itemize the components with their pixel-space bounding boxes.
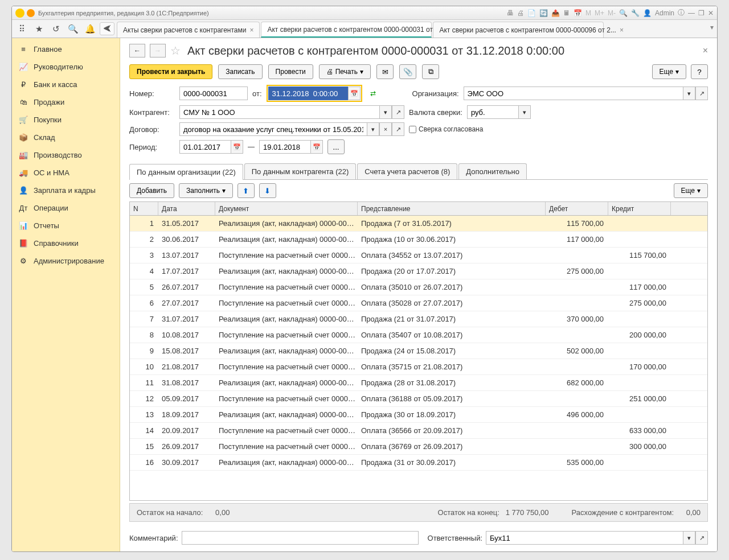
- maximize-icon[interactable]: ❐: [698, 9, 705, 17]
- window-tab[interactable]: Акты сверки расчетов с контрагентами×: [117, 22, 260, 38]
- sidebar-item[interactable]: ₽Банк и касса: [12, 76, 120, 93]
- tab-close-icon[interactable]: ×: [249, 26, 253, 34]
- tab-close-icon[interactable]: ×: [620, 26, 624, 34]
- calendar-icon[interactable]: 📅: [574, 9, 582, 17]
- number-input[interactable]: [179, 87, 248, 100]
- table-row[interactable]: 526.07.2017Поступление на расчетный счет…: [130, 279, 707, 295]
- agreed-checkbox[interactable]: Сверка согласована: [409, 125, 483, 133]
- minimize-icon[interactable]: —: [688, 9, 695, 17]
- save-icon[interactable]: 🖶: [507, 9, 514, 17]
- memory-mminus[interactable]: M-: [608, 9, 616, 17]
- memory-m[interactable]: M: [585, 9, 591, 17]
- period-choose-button[interactable]: ...: [327, 139, 345, 154]
- grid-more-button[interactable]: Еще ▾: [674, 183, 708, 198]
- col-n[interactable]: N: [130, 202, 158, 215]
- table-row[interactable]: 731.07.2017Реализация (акт, накладная) 0…: [130, 311, 707, 327]
- fill-button[interactable]: Заполнить ▾: [179, 183, 233, 198]
- move-down-button[interactable]: ⬇: [259, 183, 276, 198]
- export-icon[interactable]: 📤: [551, 9, 560, 17]
- write-button[interactable]: Записать: [218, 64, 262, 79]
- more-button[interactable]: Еще ▾: [652, 64, 686, 79]
- detail-tab[interactable]: По данным контрагента (22): [244, 163, 357, 179]
- post-button[interactable]: Провести: [268, 64, 313, 79]
- col-credit[interactable]: Кредит: [608, 202, 671, 215]
- user-name[interactable]: Admin: [655, 9, 674, 17]
- back-button[interactable]: ←: [129, 44, 145, 57]
- table-row[interactable]: 1420.09.2017Поступление на расчетный сче…: [130, 423, 707, 439]
- attach-button[interactable]: 📎: [399, 64, 416, 79]
- dropdown-icon[interactable]: ▾: [367, 122, 379, 136]
- sidebar-item[interactable]: ⚙Администрирование: [12, 252, 120, 270]
- cp-input[interactable]: [179, 105, 379, 119]
- table-row[interactable]: 1205.09.2017Поступление на расчетный сче…: [130, 391, 707, 407]
- print-button[interactable]: 🖨Печать▾: [319, 64, 371, 79]
- move-up-button[interactable]: ⬆: [237, 183, 255, 198]
- user-icon[interactable]: 👤: [643, 9, 652, 17]
- structure-button[interactable]: ⧉: [422, 64, 439, 79]
- open-icon[interactable]: ↗: [695, 87, 708, 100]
- table-row[interactable]: 1630.09.2017Реализация (акт, накладная) …: [130, 455, 707, 471]
- detail-tab[interactable]: По данным организации (22): [129, 164, 243, 180]
- window-tab[interactable]: Акт сверки расчетов с контрагентом 0000-…: [433, 22, 604, 38]
- clear-icon[interactable]: ×: [379, 122, 392, 136]
- cur-input[interactable]: [467, 105, 518, 119]
- calc-icon[interactable]: 🖩: [563, 9, 570, 17]
- date-input[interactable]: [268, 87, 348, 100]
- calendar-picker-icon[interactable]: 📅: [231, 140, 243, 154]
- home-icon[interactable]: ⮜: [100, 22, 114, 35]
- help-button[interactable]: ?: [691, 64, 708, 79]
- history-icon[interactable]: ↺: [48, 24, 63, 34]
- swap-icon[interactable]: ⇄: [370, 89, 376, 97]
- calendar-picker-icon[interactable]: 📅: [310, 140, 323, 154]
- calendar-picker-icon[interactable]: 📅: [348, 87, 361, 100]
- col-doc[interactable]: Документ: [215, 202, 358, 215]
- table-row[interactable]: 915.08.2017Реализация (акт, накладная) 0…: [130, 343, 707, 359]
- email-button[interactable]: ✉: [376, 64, 394, 79]
- table-row[interactable]: 1021.08.2017Поступление на расчетный сче…: [130, 359, 707, 375]
- sidebar-item[interactable]: 📦Склад: [12, 129, 120, 146]
- table-row[interactable]: 810.08.2017Поступление на расчетный счет…: [130, 327, 707, 343]
- refresh-icon[interactable]: 🔄: [539, 9, 548, 17]
- sidebar-item[interactable]: ≡Главное: [12, 40, 120, 58]
- dropdown-icon[interactable]: [27, 9, 35, 17]
- period-from-input[interactable]: [179, 140, 231, 154]
- star-icon[interactable]: ☆: [170, 44, 181, 57]
- table-row[interactable]: 1131.08.2017Реализация (акт, накладная) …: [130, 375, 707, 391]
- sidebar-item[interactable]: 🛍Продажи: [12, 93, 120, 111]
- forward-button[interactable]: →: [150, 44, 166, 57]
- dropdown-icon[interactable]: ▾: [683, 531, 695, 545]
- sidebar-item[interactable]: ДтОперации: [12, 199, 120, 217]
- col-debit[interactable]: Дебет: [546, 202, 608, 215]
- bell-icon[interactable]: 🔔: [83, 24, 97, 34]
- window-tab[interactable]: Акт сверки расчетов с контрагентом 0000-…: [261, 22, 432, 38]
- table-row[interactable]: 627.07.2017Поступление на расчетный счет…: [130, 295, 707, 311]
- open-icon[interactable]: ↗: [695, 531, 708, 545]
- sidebar-item[interactable]: 👤Зарплата и кадры: [12, 182, 120, 199]
- contract-input[interactable]: [179, 122, 367, 136]
- post-close-button[interactable]: Провести и закрыть: [129, 64, 212, 79]
- detail-tab[interactable]: Дополнительно: [458, 163, 527, 179]
- favorite-icon[interactable]: ★: [31, 24, 46, 34]
- sidebar-item[interactable]: 🚚ОС и НМА: [12, 164, 120, 182]
- search-icon[interactable]: 🔍: [65, 24, 80, 34]
- add-button[interactable]: Добавить: [129, 183, 174, 198]
- col-rep[interactable]: Представление: [358, 202, 546, 215]
- comment-input[interactable]: [182, 531, 419, 545]
- tab-menu-icon[interactable]: ▾: [707, 20, 717, 38]
- dropdown-icon[interactable]: ▾: [379, 105, 392, 119]
- grid-body[interactable]: 131.05.2017Реализация (акт, накладная) 0…: [130, 216, 707, 500]
- settings-icon[interactable]: 🔧: [631, 9, 640, 17]
- dropdown-icon[interactable]: ▾: [683, 87, 695, 100]
- apps-icon[interactable]: ⠿: [14, 24, 29, 34]
- org-input[interactable]: [464, 87, 683, 100]
- dropdown-icon[interactable]: ▾: [518, 105, 531, 119]
- open-icon[interactable]: ↗: [392, 105, 404, 119]
- table-row[interactable]: 1318.09.2017Реализация (акт, накладная) …: [130, 407, 707, 423]
- sidebar-item[interactable]: 🏭Производство: [12, 146, 120, 164]
- sidebar-item[interactable]: 📕Справочники: [12, 234, 120, 252]
- table-row[interactable]: 131.05.2017Реализация (акт, накладная) 0…: [130, 216, 707, 232]
- period-to-input[interactable]: [259, 140, 310, 154]
- close-page-icon[interactable]: ×: [703, 46, 708, 56]
- doc-icon[interactable]: 📄: [527, 9, 536, 17]
- table-row[interactable]: 313.07.2017Поступление на расчетный счет…: [130, 248, 707, 263]
